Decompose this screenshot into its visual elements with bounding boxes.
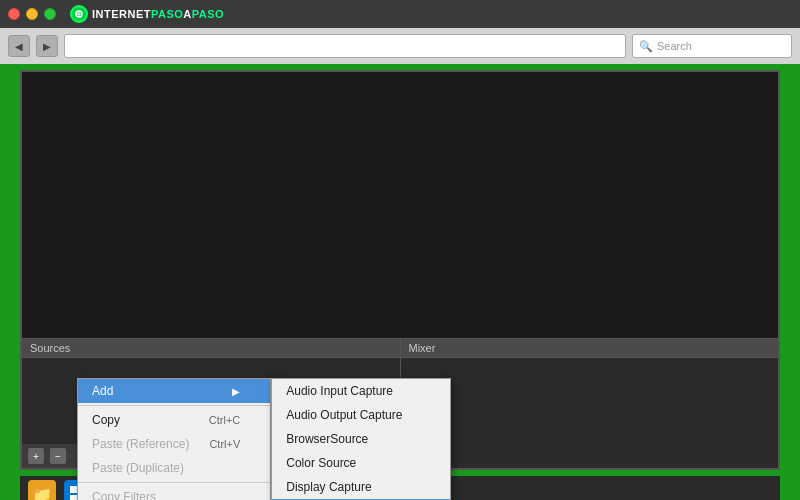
menu-item-copy[interactable]: Copy Ctrl+C — [78, 408, 270, 432]
sources-panel: Sources Add ▶ Copy — [22, 339, 401, 468]
submenu-browser-source[interactable]: BrowserSource — [272, 427, 450, 451]
search-icon: 🔍 — [639, 40, 653, 53]
menu-separator-1 — [78, 405, 270, 406]
menu-item-add[interactable]: Add ▶ — [78, 379, 270, 403]
taskbar-folder-icon[interactable]: 📁 — [28, 480, 56, 500]
search-placeholder: Search — [657, 40, 692, 52]
bottom-panels: Sources Add ▶ Copy — [22, 338, 778, 468]
search-box[interactable]: 🔍 Search — [632, 34, 792, 58]
menu-item-paste-dup: Paste (Duplicate) — [78, 456, 270, 480]
logo: INTERNETPASOAPASO — [70, 5, 224, 23]
context-menu: Add ▶ Copy Ctrl+C Paste (Reference) — [77, 378, 271, 500]
menu-item-paste-ref: Paste (Reference) Ctrl+V — [78, 432, 270, 456]
add-source-button[interactable]: + — [28, 448, 44, 464]
obs-container: Sources Add ▶ Copy — [22, 72, 778, 468]
submenu-display-capture[interactable]: Display Capture — [272, 475, 450, 499]
maximize-button[interactable] — [44, 8, 56, 20]
main-area: Sources Add ▶ Copy — [20, 70, 780, 470]
mixer-content — [401, 358, 779, 468]
submenu-audio-input[interactable]: Audio Input Capture — [272, 379, 450, 403]
sources-header: Sources — [22, 339, 400, 358]
close-button[interactable] — [8, 8, 20, 20]
sources-content: Add ▶ Copy Ctrl+C Paste (Reference) — [22, 358, 400, 444]
submenu-audio-output[interactable]: Audio Output Capture — [272, 403, 450, 427]
forward-button[interactable]: ▶ — [36, 35, 58, 57]
mixer-panel: Mixer — [401, 339, 779, 468]
logo-text: INTERNETPASOAPASO — [92, 8, 224, 20]
submenu-color-source[interactable]: Color Source — [272, 451, 450, 475]
remove-source-button[interactable]: − — [50, 448, 66, 464]
arrow-right-icon: ▶ — [232, 386, 240, 397]
outer-frame: Sources Add ▶ Copy — [0, 70, 800, 470]
address-bar[interactable] — [64, 34, 626, 58]
context-menu-container: Add ▶ Copy Ctrl+C Paste (Reference) — [77, 378, 451, 500]
preview-area — [22, 72, 778, 338]
minimize-button[interactable] — [26, 8, 38, 20]
back-button[interactable]: ◀ — [8, 35, 30, 57]
menu-item-copy-filters: Copy Filters — [78, 485, 270, 500]
browser-bar: ◀ ▶ 🔍 Search — [0, 28, 800, 64]
menu-separator-2 — [78, 482, 270, 483]
svg-rect-3 — [70, 486, 77, 493]
svg-rect-5 — [70, 495, 77, 500]
title-bar: INTERNETPASOAPASO — [0, 0, 800, 28]
mixer-header: Mixer — [401, 339, 779, 358]
logo-icon — [70, 5, 88, 23]
submenu: Audio Input Capture Audio Output Capture… — [271, 378, 451, 500]
